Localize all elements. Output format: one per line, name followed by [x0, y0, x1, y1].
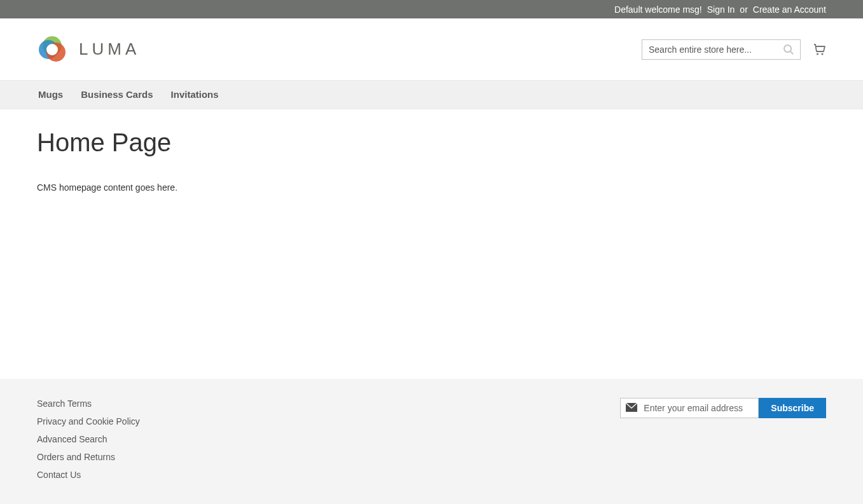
mail-icon	[626, 403, 637, 412]
main-content: Home Page CMS homepage content goes here…	[0, 109, 863, 379]
nav-item-mugs[interactable]: Mugs	[29, 80, 72, 109]
nav-item-invitations[interactable]: Invitations	[162, 80, 228, 109]
page-title: Home Page	[37, 128, 826, 157]
search-input[interactable]	[642, 39, 801, 60]
cart-icon[interactable]	[812, 43, 826, 57]
footer-link-search-terms[interactable]: Search Terms	[37, 398, 92, 409]
sign-in-link[interactable]: Sign In	[707, 4, 735, 15]
panel-header: Default welcome msg! Sign In or Create a…	[0, 0, 863, 18]
logo-text: LUMA	[79, 39, 140, 59]
svg-line-5	[791, 51, 793, 54]
footer-link-advanced-search[interactable]: Advanced Search	[37, 434, 107, 444]
footer: Search Terms Privacy and Cookie Policy A…	[0, 379, 863, 504]
cms-content: CMS homepage content goes here.	[37, 182, 826, 193]
footer-link-privacy[interactable]: Privacy and Cookie Policy	[37, 416, 140, 426]
footer-links: Search Terms Privacy and Cookie Policy A…	[37, 398, 140, 487]
svg-point-4	[784, 45, 791, 52]
nav-item-business-cards[interactable]: Business Cards	[72, 80, 162, 109]
newsletter-email-input[interactable]	[620, 398, 759, 418]
create-account-link[interactable]: Create an Account	[753, 4, 826, 15]
header-main: LUMA	[0, 18, 863, 80]
or-text: or	[740, 4, 747, 15]
svg-point-6	[817, 53, 818, 55]
subscribe-button[interactable]: Subscribe	[759, 398, 826, 418]
svg-point-7	[821, 53, 823, 55]
search-box	[642, 39, 801, 60]
svg-point-3	[46, 44, 58, 55]
newsletter-form: Subscribe	[620, 398, 826, 487]
store-logo[interactable]: LUMA	[37, 34, 140, 65]
search-icon[interactable]	[783, 44, 794, 55]
logo-icon	[37, 34, 70, 65]
welcome-message: Default welcome msg!	[614, 4, 702, 15]
nav-bar: Mugs Business Cards Invitations	[0, 80, 863, 109]
footer-link-orders-returns[interactable]: Orders and Returns	[37, 452, 115, 462]
footer-link-contact-us[interactable]: Contact Us	[37, 470, 81, 480]
